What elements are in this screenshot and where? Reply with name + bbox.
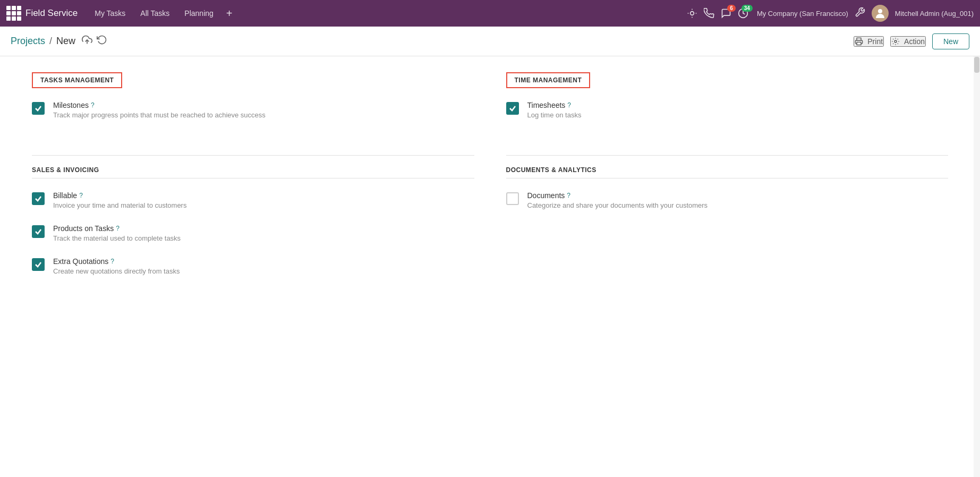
timesheets-text: Timesheets ? Log time on tasks [527,101,582,119]
top-navigation: Field Service My Tasks All Tasks Plannin… [0,0,980,27]
app-grid-icon[interactable] [6,6,21,21]
extra-quotations-text: Extra Quotations ? Create new quotations… [53,257,180,275]
sales-invoicing-title: SALES & INVOICING [32,166,474,178]
upload-cloud-icon[interactable] [82,35,92,48]
products-on-tasks-desc: Track the material used to complete task… [53,234,181,242]
chat-icon[interactable]: 6 [721,8,731,19]
nav-add-button[interactable]: + [222,6,237,21]
milestones-feature: Milestones ? Track major progress points… [32,101,474,119]
action-button[interactable]: Action [890,36,926,47]
phone-icon[interactable] [704,8,714,19]
products-on-tasks-text: Products on Tasks ? Track the material u… [53,224,181,242]
nav-planning[interactable]: Planning [178,6,220,21]
user-name[interactable]: Mitchell Admin (Aug_001) [895,10,974,18]
billable-checkbox[interactable] [32,192,45,205]
breadcrumb: Projects / New [11,36,75,47]
debug-icon[interactable] [687,8,697,19]
documents-desc: Categorize and share your documents with… [527,201,708,209]
scrollbar-thumb[interactable] [974,57,979,73]
extra-quotations-desc: Create new quotations directly from task… [53,267,180,275]
sales-invoicing-section: SALES & INVOICING Billable ? Invoice you… [32,155,474,290]
billable-feature: Billable ? Invoice your time and materia… [32,191,474,209]
documents-help-icon[interactable]: ? [567,192,570,199]
milestones-title: Milestones ? [53,101,266,109]
products-on-tasks-help-icon[interactable]: ? [116,225,120,232]
sub-header-right: Print Action New [854,33,969,49]
extra-quotations-help-icon[interactable]: ? [110,258,114,265]
scrollbar-track[interactable] [974,56,980,477]
extra-quotations-checkbox[interactable] [32,258,45,271]
extra-quotations-title: Extra Quotations ? [53,257,180,266]
milestones-text: Milestones ? Track major progress points… [53,101,266,119]
timesheets-checkbox[interactable] [506,102,519,115]
breadcrumb-separator: / [49,36,52,47]
timesheets-desc: Log time on tasks [527,111,582,119]
billable-help-icon[interactable]: ? [79,192,83,199]
brand-name[interactable]: Field Service [25,8,78,19]
billable-title: Billable ? [53,191,186,200]
breadcrumb-current[interactable]: New [56,36,75,47]
documents-checkbox[interactable] [506,192,519,205]
tasks-management-title: TASKS MANAGEMENT [32,72,122,88]
products-on-tasks-feature: Products on Tasks ? Track the material u… [32,224,474,242]
print-button[interactable]: Print [854,36,884,47]
timesheets-help-icon[interactable]: ? [567,101,571,109]
documents-feature: Documents ? Categorize and share your do… [506,191,949,209]
products-on-tasks-checkbox[interactable] [32,225,45,238]
activity-badge: 34 [742,5,753,12]
time-management-section: TIME MANAGEMENT Timesheets ? Log time on… [506,72,949,134]
milestones-checkbox[interactable] [32,102,45,115]
sub-header-actions [82,35,107,48]
activity-icon[interactable]: 34 [738,8,748,19]
billable-desc: Invoice your time and material to custom… [53,201,186,209]
tasks-management-section: TASKS MANAGEMENT Milestones ? Track majo… [32,72,474,134]
svg-point-0 [691,12,694,15]
billable-text: Billable ? Invoice your time and materia… [53,191,186,209]
timesheets-title: Timesheets ? [527,101,582,109]
breadcrumb-parent[interactable]: Projects [11,36,45,47]
content-grid: TASKS MANAGEMENT Milestones ? Track majo… [0,56,980,327]
refresh-icon[interactable] [97,35,107,48]
new-button[interactable]: New [932,33,969,49]
time-management-title: TIME MANAGEMENT [506,72,591,88]
svg-point-5 [894,40,897,42]
timesheets-feature: Timesheets ? Log time on tasks [506,101,949,119]
extra-quotations-feature: Extra Quotations ? Create new quotations… [32,257,474,275]
sub-header: Projects / New Print Action New [0,27,980,56]
documents-analytics-title: DOCUMENTS & ANALYTICS [506,166,949,178]
settings-icon[interactable] [855,7,865,20]
documents-analytics-section: DOCUMENTS & ANALYTICS Documents ? Catego… [506,155,949,290]
nav-all-tasks[interactable]: All Tasks [134,6,176,21]
action-label: Action [904,37,925,46]
milestones-help-icon[interactable]: ? [91,101,95,109]
avatar[interactable] [872,5,889,22]
svg-rect-4 [857,42,861,45]
documents-title: Documents ? [527,191,708,200]
products-on-tasks-title: Products on Tasks ? [53,224,181,233]
milestones-desc: Track major progress points that must be… [53,111,266,119]
company-name[interactable]: My Company (San Francisco) [757,10,848,18]
nav-my-tasks[interactable]: My Tasks [88,6,132,21]
documents-text: Documents ? Categorize and share your do… [527,191,708,209]
chat-badge: 6 [727,5,736,12]
svg-point-2 [878,9,882,13]
main-content: TASKS MANAGEMENT Milestones ? Track majo… [0,56,980,477]
nav-icon-group: 6 34 My Company (San Francisco) Mitchell… [687,5,974,22]
